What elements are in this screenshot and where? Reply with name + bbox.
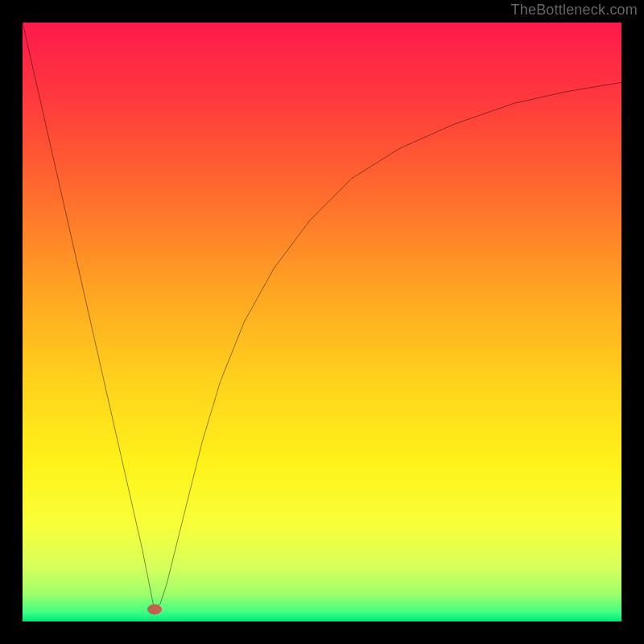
bottleneck-curve <box>23 23 621 609</box>
plot-area <box>23 23 621 621</box>
watermark-label: TheBottleneck.com <box>511 2 638 19</box>
optimum-marker <box>147 605 162 615</box>
curve-layer <box>23 23 621 621</box>
chart-frame: TheBottleneck.com <box>0 0 644 644</box>
